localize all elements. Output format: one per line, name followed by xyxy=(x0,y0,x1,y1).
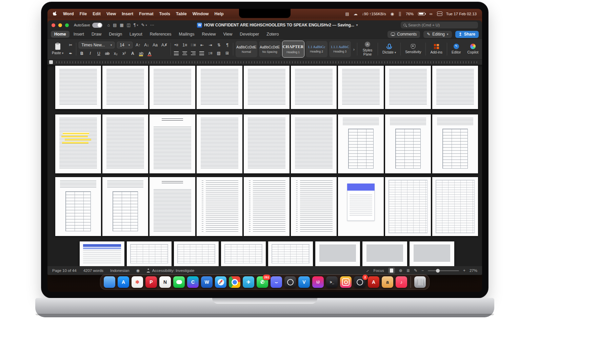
keyboard-brightness-icon[interactable]: ⣿ xyxy=(398,12,401,16)
ruler[interactable] xyxy=(47,60,482,65)
page-thumbnail[interactable] xyxy=(197,114,242,173)
paste-button[interactable]: Paste ▾ xyxy=(50,41,65,58)
style-heading-3[interactable]: 1.1.1 AaBbCHeading 3 xyxy=(329,41,351,57)
line-spacing-button[interactable]: ↕≡ xyxy=(207,50,213,57)
dock-app-music[interactable]: ♪ xyxy=(396,276,407,288)
dock-app-amazon[interactable]: a xyxy=(382,276,393,288)
page-thumbnail[interactable] xyxy=(432,66,478,109)
decrease-indent-button[interactable]: ⇤ xyxy=(199,42,205,48)
underline-button[interactable]: U xyxy=(96,50,102,57)
page-thumbnail[interactable] xyxy=(174,241,219,266)
zoom-level[interactable]: 27% xyxy=(470,269,477,273)
web-layout-view-button[interactable]: ⊕ xyxy=(399,268,402,273)
search-box[interactable] xyxy=(401,22,478,28)
page-thumbnail[interactable] xyxy=(385,114,431,173)
format-painter-button[interactable]: ✒ xyxy=(67,50,74,57)
dock-app-intellij[interactable]: IJ xyxy=(312,276,324,288)
share-button[interactable]: ↥ Share xyxy=(455,31,479,38)
page-thumbnail[interactable] xyxy=(432,177,478,236)
dock-app-obs[interactable]: 2 xyxy=(354,276,365,288)
dock-app-whatsapp[interactable]: ✆251 xyxy=(257,276,268,288)
view-pages-icon[interactable]: ◫ xyxy=(127,23,131,27)
dock-app-photos[interactable]: ✻ xyxy=(132,276,143,288)
comments-button[interactable]: Comments xyxy=(387,31,420,38)
menu-file[interactable]: File xyxy=(80,12,87,16)
language-indicator[interactable]: Indonesian xyxy=(110,269,129,273)
tab-view[interactable]: View xyxy=(220,31,236,38)
font-color-button[interactable]: A xyxy=(146,50,153,57)
align-right-button[interactable] xyxy=(190,50,196,57)
tab-zotero[interactable]: Zotero xyxy=(263,31,282,38)
chevron-down-icon[interactable]: ▾ xyxy=(146,24,147,27)
print-layout-view-button[interactable] xyxy=(388,267,395,274)
cloud-icon[interactable]: ☁ xyxy=(354,12,358,16)
page-thumbnail[interactable] xyxy=(338,177,384,236)
word-count[interactable]: 4207 words xyxy=(83,269,103,273)
dock-app-canva[interactable]: C xyxy=(187,276,199,288)
focus-expand-icon[interactable]: ↔ xyxy=(364,267,370,274)
user-account-icon[interactable]: ◉ xyxy=(391,12,394,16)
font-name-combo[interactable]: Times New... ▾ xyxy=(79,42,115,48)
multilevel-list-button[interactable]: ∷≡ xyxy=(190,42,197,48)
page-thumbnail[interactable] xyxy=(197,66,242,109)
dock-app-terminal[interactable]: >_ xyxy=(326,276,338,288)
page-thumbnail[interactable] xyxy=(268,241,313,266)
dock-app-adobe[interactable]: A xyxy=(368,276,379,288)
borders-button[interactable]: ⊞ xyxy=(224,50,230,57)
page-thumbnail[interactable] xyxy=(197,177,242,236)
shading-button[interactable]: ▧ xyxy=(216,50,222,57)
editing-mode-button[interactable]: ✎ Editing ▾ xyxy=(423,31,452,38)
sensitivity-button[interactable]: Sensitivity xyxy=(403,41,423,58)
dock-app-word[interactable]: W xyxy=(201,276,213,288)
autosave-toggle[interactable] xyxy=(92,23,102,28)
shrink-font-button[interactable]: A↓ xyxy=(143,42,150,48)
focus-button[interactable]: Focus xyxy=(373,269,384,273)
cut-button[interactable]: ✂ xyxy=(67,42,74,48)
strikethrough-button[interactable]: ab xyxy=(104,50,110,57)
tab-mailings[interactable]: Mailings xyxy=(176,31,198,38)
tab-references[interactable]: References xyxy=(146,31,175,38)
dock-app-vscode[interactable]: V xyxy=(298,276,310,288)
page-thumbnail[interactable] xyxy=(55,177,101,236)
tab-layout[interactable]: Layout xyxy=(126,31,146,38)
dock-app-chrome[interactable] xyxy=(229,276,240,288)
zoom-slider[interactable] xyxy=(428,270,459,271)
formatting-marks-icon[interactable]: ¶ xyxy=(134,23,136,27)
menu-app-name[interactable]: Word xyxy=(63,12,74,16)
menu-view[interactable]: View xyxy=(106,12,116,16)
change-case-button[interactable]: Aa xyxy=(152,42,158,48)
page-thumbnail[interactable] xyxy=(80,241,124,266)
tab-review[interactable]: Review xyxy=(198,31,219,38)
bullets-button[interactable]: •≡ xyxy=(173,42,179,48)
font-size-combo[interactable]: 14 ▾ xyxy=(117,42,133,48)
close-window-button[interactable] xyxy=(52,23,55,27)
page-thumbnail[interactable] xyxy=(244,66,290,109)
numbering-button[interactable]: 1≡ xyxy=(182,42,188,48)
draft-view-button[interactable]: ✎ xyxy=(414,268,417,273)
minimize-window-button[interactable] xyxy=(58,23,62,27)
editor-button[interactable]: ✎ Editor xyxy=(450,41,463,58)
dock-app-github[interactable] xyxy=(284,276,296,288)
dock-app-telegram[interactable]: ✈ xyxy=(243,276,254,288)
dock-app-trash[interactable] xyxy=(414,276,426,288)
menu-window[interactable]: Window xyxy=(193,12,209,16)
zoom-window-button[interactable] xyxy=(65,23,69,27)
dock-app-instagram[interactable] xyxy=(340,276,352,288)
dictate-button[interactable]: Dictate ▾ xyxy=(380,41,398,58)
page-thumbnail[interactable] xyxy=(338,114,384,173)
menu-edit[interactable]: Edit xyxy=(93,12,101,16)
style-normal[interactable]: AaBbCcDdENormal xyxy=(236,41,257,57)
subscript-button[interactable]: x₂ xyxy=(113,50,119,57)
dock-app-finder[interactable] xyxy=(104,276,115,288)
page-thumbnail[interactable] xyxy=(102,114,148,173)
highlight-color-button[interactable]: ab xyxy=(138,50,144,57)
record-icon[interactable]: ◉ xyxy=(136,268,139,273)
text-effects-button[interactable]: A xyxy=(130,50,136,57)
superscript-button[interactable]: x² xyxy=(121,50,127,57)
page-thumbnail[interactable] xyxy=(127,241,172,266)
page-thumbnail[interactable] xyxy=(291,177,337,236)
zoom-out-button[interactable]: − xyxy=(421,268,424,273)
chevron-down-icon[interactable]: ▾ xyxy=(137,24,138,27)
dock-app-messages[interactable] xyxy=(173,276,185,288)
grow-font-button[interactable]: A↑ xyxy=(135,42,141,48)
